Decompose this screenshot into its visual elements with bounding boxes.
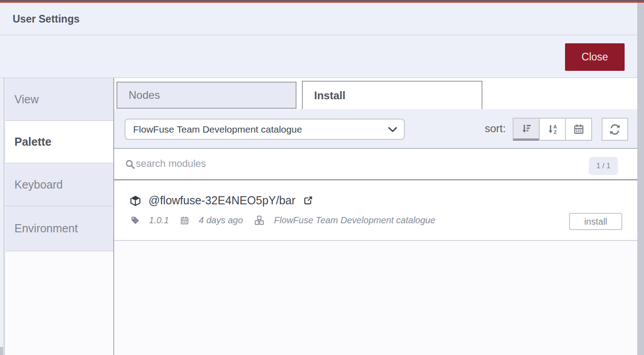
palette-content: Nodes Install FlowFuse Team Development … bbox=[114, 78, 637, 355]
user-settings-dialog: User Settings Close View Palette Keyboar… bbox=[0, 0, 644, 355]
result-count-badge: 1 / 1 bbox=[589, 157, 618, 175]
chevron-down-icon bbox=[387, 126, 398, 133]
sidebar-item-keyboard[interactable]: Keyboard bbox=[5, 163, 113, 206]
sidebar-item-label: Environment bbox=[14, 222, 78, 235]
cube-icon bbox=[129, 194, 142, 207]
brand-accent-bar bbox=[0, 1, 644, 3]
module-title-row: @flowfuse-32E4NEO5pY/bar bbox=[129, 194, 314, 207]
vertical-scrollbar[interactable] bbox=[637, 3, 644, 355]
sort-recent-button[interactable] bbox=[513, 118, 540, 141]
refresh-icon bbox=[609, 123, 621, 135]
sort-label: sort: bbox=[485, 109, 506, 148]
catalogue-select-value: FlowFuse Team Development catalogue bbox=[133, 120, 302, 139]
sort-button-group: A Z bbox=[513, 118, 592, 141]
install-toolbar: FlowFuse Team Development catalogue sort… bbox=[114, 109, 637, 149]
module-version: 1.0.1 bbox=[149, 215, 169, 226]
sort-amount-down-icon bbox=[520, 123, 533, 135]
sort-alpha-button[interactable]: A Z bbox=[539, 118, 566, 141]
sidebar-item-view[interactable]: View bbox=[5, 78, 113, 121]
horizontal-scrollbar-thumb[interactable] bbox=[0, 347, 3, 355]
dialog-button-bar: Close bbox=[0, 36, 637, 78]
refresh-catalogue-button[interactable] bbox=[602, 118, 628, 141]
dialog-panel: User Settings Close View Palette Keyboar… bbox=[0, 3, 637, 355]
search-icon bbox=[125, 159, 136, 170]
module-list-empty-area bbox=[114, 241, 637, 355]
calendar-icon bbox=[573, 123, 585, 135]
tab-label: Install bbox=[314, 89, 345, 102]
module-meta-row: 1.0.1 bbox=[130, 215, 436, 226]
sort-date-button[interactable] bbox=[565, 118, 592, 141]
left-edge-strip bbox=[0, 78, 5, 355]
external-link-icon[interactable] bbox=[302, 195, 314, 206]
dialog-main: View Palette Keyboard Environment Nodes bbox=[0, 78, 637, 355]
catalogue-select[interactable]: FlowFuse Team Development catalogue bbox=[125, 119, 405, 140]
module-list-item: @flowfuse-32E4NEO5pY/bar bbox=[114, 180, 637, 241]
module-catalogue: FlowFuse Team Development catalogue bbox=[274, 215, 435, 226]
sort-alpha-down-icon: A Z bbox=[547, 123, 559, 135]
settings-sidebar: View Palette Keyboard Environment bbox=[5, 78, 113, 355]
dialog-header: User Settings bbox=[0, 3, 637, 35]
svg-text:Z: Z bbox=[553, 129, 556, 135]
svg-text:A: A bbox=[553, 124, 557, 129]
tag-icon bbox=[130, 216, 140, 225]
calendar-icon bbox=[180, 216, 190, 226]
palette-tab-row: Nodes Install bbox=[114, 78, 637, 109]
module-search-row: 1 / 1 bbox=[114, 149, 637, 180]
sidebar-item-palette[interactable]: Palette bbox=[5, 121, 113, 163]
tab-nodes[interactable]: Nodes bbox=[116, 82, 297, 109]
search-input[interactable] bbox=[136, 152, 569, 175]
cubes-icon bbox=[254, 215, 265, 226]
sidebar-item-label: Keyboard bbox=[14, 178, 63, 191]
sidebar-item-environment[interactable]: Environment bbox=[5, 206, 113, 251]
install-button[interactable]: install bbox=[569, 213, 622, 230]
close-button[interactable]: Close bbox=[565, 43, 625, 71]
dialog-title: User Settings bbox=[13, 3, 79, 35]
sidebar-item-label: View bbox=[14, 93, 39, 106]
module-name: @flowfuse-32E4NEO5pY/bar bbox=[148, 194, 296, 207]
sidebar-item-label: Palette bbox=[14, 135, 51, 148]
tab-install[interactable]: Install bbox=[302, 81, 482, 109]
module-updated: 4 days ago bbox=[199, 215, 243, 226]
tab-label: Nodes bbox=[129, 89, 160, 101]
